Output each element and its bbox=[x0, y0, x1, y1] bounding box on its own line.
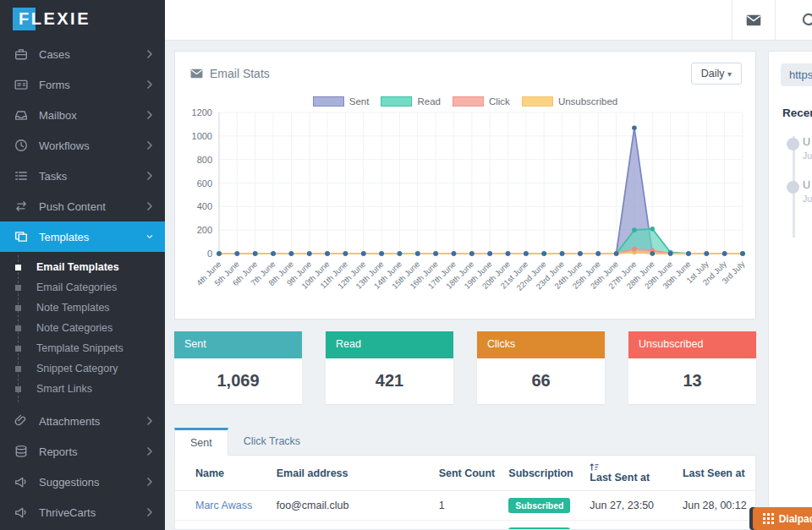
bullet-icon bbox=[15, 386, 21, 392]
legend-label: Click bbox=[489, 96, 510, 107]
chevron-right-icon bbox=[146, 79, 153, 90]
stat-card-clicks: Clicks66 bbox=[477, 331, 605, 404]
grid-icon bbox=[763, 513, 774, 524]
sidebar-item-label: ThriveCarts bbox=[39, 506, 146, 519]
tab-click-tracks[interactable]: Click Tracks bbox=[228, 428, 315, 455]
submenu-item-smart-links[interactable]: Smart Links bbox=[0, 379, 165, 399]
chevron-right-icon bbox=[146, 171, 153, 181]
table-row: Marc Awassfoo@cmail.club1SubscribedJun 2… bbox=[175, 491, 755, 521]
chevron-right-icon bbox=[146, 416, 153, 426]
bullet-icon bbox=[15, 325, 21, 331]
svg-text:800: 800 bbox=[197, 155, 212, 165]
range-selector-button[interactable]: Daily ▾ bbox=[691, 63, 742, 85]
sidebar-item-push-content[interactable]: Push Content bbox=[0, 191, 165, 221]
timeline-dot-icon bbox=[787, 138, 799, 150]
recent-item[interactable]: UJu bbox=[769, 171, 812, 214]
url-chip[interactable]: https: bbox=[781, 63, 812, 86]
recent-timeline: UJuUJu bbox=[769, 128, 812, 214]
dialpad-button[interactable]: Dialpad bbox=[753, 507, 812, 530]
column-header-email-address[interactable]: Email address bbox=[268, 456, 431, 491]
stat-card-label: Read bbox=[326, 331, 453, 358]
submenu-item-label: Note Templates bbox=[36, 302, 110, 314]
chevron-right-icon bbox=[146, 140, 153, 150]
search-button[interactable] bbox=[776, 0, 812, 40]
contacts-table: NameEmail addressSent CountSubscriptionL… bbox=[175, 456, 755, 530]
bullet-icon bbox=[15, 265, 21, 270]
submenu-item-email-templates[interactable]: Email Templates bbox=[0, 257, 165, 277]
timeline-dot-icon bbox=[787, 181, 799, 194]
submenu-item-label: Note Categories bbox=[36, 322, 112, 334]
sidebar-item-forms[interactable]: Forms bbox=[0, 69, 165, 100]
submenu-item-note-categories[interactable]: Note Categories bbox=[0, 318, 165, 338]
legend-item-unsubscribed[interactable]: Unsubscribed bbox=[522, 96, 617, 107]
stat-card-label: Unsubscribed bbox=[628, 331, 756, 358]
stat-card-label: Clicks bbox=[477, 331, 605, 358]
sidebar-item-suggestions[interactable]: Suggestions bbox=[0, 467, 165, 497]
sort-icon bbox=[590, 462, 599, 472]
stat-card-value: 66 bbox=[477, 358, 605, 404]
legend-item-sent[interactable]: Sent bbox=[313, 96, 370, 107]
column-header-name[interactable]: Name bbox=[175, 456, 268, 491]
recent-item-subtitle: Ju bbox=[803, 194, 812, 204]
thrivecarts-icon bbox=[14, 505, 28, 519]
svg-text:1200: 1200 bbox=[192, 108, 212, 117]
chevron-right-icon bbox=[146, 477, 153, 487]
sidebar-item-label: Templates bbox=[39, 231, 146, 243]
messages-button[interactable] bbox=[732, 0, 776, 40]
stat-card-sent: Sent1,069 bbox=[174, 331, 302, 404]
suggestions-icon bbox=[14, 475, 28, 489]
legend-swatch bbox=[381, 96, 412, 107]
stat-card-value: 421 bbox=[326, 358, 453, 404]
svg-text:0: 0 bbox=[207, 249, 212, 259]
sent-count: 1 bbox=[431, 521, 501, 530]
submenu-item-note-templates[interactable]: Note Templates bbox=[0, 298, 165, 318]
svg-text:200: 200 bbox=[197, 225, 212, 235]
contact-email: foo@cmail.club bbox=[268, 491, 431, 521]
bullet-icon bbox=[15, 346, 21, 352]
tab-click-tracks-label: Click Tracks bbox=[244, 435, 300, 447]
tabs: Sent Click Tracks bbox=[174, 428, 756, 456]
chevron-right-icon bbox=[146, 201, 153, 211]
recent-item[interactable]: UJu bbox=[769, 128, 812, 171]
column-header-subscription[interactable]: Subscription bbox=[500, 456, 581, 491]
sidebar-item-label: Push Content bbox=[39, 200, 146, 213]
svg-text:400: 400 bbox=[197, 201, 212, 211]
legend-label: Sent bbox=[349, 96, 370, 107]
dialpad-label: Dialpad bbox=[779, 513, 812, 525]
column-header-last-seen-at[interactable]: Last Seen at bbox=[674, 456, 755, 491]
submenu-item-snippet-category[interactable]: Snippet Category bbox=[0, 358, 165, 379]
workflows-icon bbox=[14, 139, 28, 152]
email-stats-chart-wrap: 0200400600800100012004th June5th June6th… bbox=[175, 108, 755, 311]
submenu-item-email-categories[interactable]: Email Categories bbox=[0, 277, 165, 298]
sidebar-item-thrivecarts[interactable]: ThriveCarts bbox=[0, 497, 165, 527]
tab-sent[interactable]: Sent bbox=[174, 428, 228, 456]
sidebar-item-cases[interactable]: Cases bbox=[0, 39, 165, 69]
chevron-down-icon bbox=[146, 232, 153, 242]
column-header-sent-count[interactable]: Sent Count bbox=[431, 456, 501, 491]
sidebar-item-label: Tasks bbox=[39, 170, 146, 183]
email-stats-chart: 0200400600800100012004th June5th June6th… bbox=[175, 108, 757, 311]
legend-item-read[interactable]: Read bbox=[381, 96, 441, 107]
topbar bbox=[165, 0, 812, 41]
bullet-icon bbox=[15, 285, 21, 291]
sidebar-item-mailbox[interactable]: Mailbox bbox=[0, 100, 165, 130]
sidebar-item-tasks[interactable]: Tasks bbox=[0, 161, 165, 191]
contact-name-link[interactable]: Marc Awass bbox=[195, 500, 252, 511]
sidebar-item-label: Suggestions bbox=[39, 476, 146, 489]
sidebar-item-templates[interactable]: Templates bbox=[0, 221, 165, 252]
sidebar-item-workflows[interactable]: Workflows bbox=[0, 130, 165, 161]
submenu-item-template-snippets[interactable]: Template Snippets bbox=[0, 338, 165, 358]
legend-item-click[interactable]: Click bbox=[453, 96, 510, 107]
tab-sent-label: Sent bbox=[190, 437, 212, 449]
brand-logo[interactable]: FLEXIE bbox=[0, 0, 165, 39]
sidebar-item-label: Workflows bbox=[39, 139, 146, 152]
sidebar-item-reports[interactable]: Reports bbox=[0, 436, 165, 467]
sidebar-item-label: Cases bbox=[39, 48, 146, 61]
stat-card-label: Sent bbox=[174, 331, 302, 358]
legend-swatch bbox=[522, 96, 553, 107]
sidebar-item-attachments[interactable]: Attachments bbox=[0, 406, 165, 436]
recent-title: Recent bbox=[782, 107, 812, 119]
templates-icon bbox=[14, 230, 28, 243]
column-header-last-sent-at[interactable]: Last Sent at bbox=[581, 456, 674, 491]
last-sent-at: Jun 27, 23:50 bbox=[581, 491, 674, 521]
